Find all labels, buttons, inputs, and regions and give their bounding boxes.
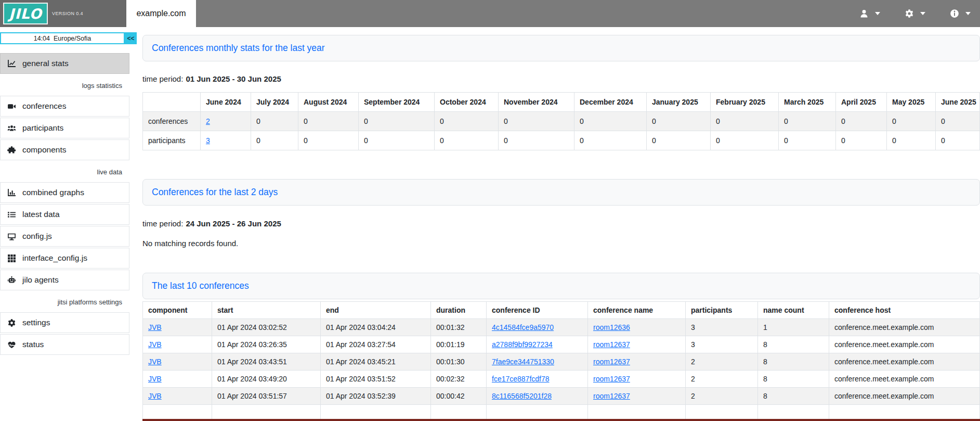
cell-link[interactable]: 8c116568f5201f28 — [492, 392, 552, 400]
cell: room12637 — [588, 388, 686, 405]
cell-link[interactable]: room12637 — [593, 392, 630, 400]
sidebar-item-status[interactable]: status — [0, 334, 129, 355]
sidebar-item-participants[interactable]: participants — [0, 118, 129, 138]
cell-link[interactable]: room12636 — [593, 323, 630, 331]
sidebar-item-label: components — [22, 145, 66, 155]
top-header: JILO VERSION 0.4 example.com — [0, 0, 980, 27]
sidebar-item-components[interactable]: components — [0, 139, 129, 160]
cell: room12637 — [588, 353, 686, 371]
cell: 1 — [758, 319, 829, 336]
puzzle-icon — [7, 146, 17, 155]
tab-example-com[interactable]: example.com — [126, 0, 196, 27]
table-row: conferences2000000000000 — [143, 112, 980, 131]
sidebar-item-config-js[interactable]: config.js — [0, 226, 129, 247]
cell-link[interactable]: 3 — [206, 136, 210, 145]
settings-menu[interactable] — [905, 9, 925, 18]
cell-link[interactable]: JVB — [148, 323, 162, 331]
cell-link[interactable]: room12637 — [593, 358, 630, 366]
sidebar-item-label: status — [22, 340, 44, 349]
card-title-last-10-conferences[interactable]: The last 10 conferences — [152, 280, 249, 291]
cell: 00:02:32 — [431, 371, 487, 388]
cell-link[interactable]: JVB — [148, 340, 162, 349]
cell-link[interactable]: JVB — [148, 358, 162, 366]
sidebar-item-label: conferences — [22, 101, 66, 111]
sidebar-section-label: jitsi platforms settings — [0, 291, 129, 312]
cell-link[interactable]: a2788f9bf9927234 — [492, 340, 553, 349]
cell: 0 — [298, 112, 359, 131]
table-row: participants3000000000000 — [143, 131, 980, 150]
sidebar-item-combined-graphs[interactable]: combined graphs — [0, 182, 129, 203]
column-header: conference ID — [487, 302, 588, 319]
cell: 01 Apr 2024 03:02:52 — [212, 319, 321, 336]
sidebar-collapse-button[interactable]: << — [125, 32, 137, 44]
column-header: April 2025 — [836, 93, 887, 112]
column-header: August 2024 — [298, 93, 359, 112]
version-label: VERSION 0.4 — [52, 11, 83, 16]
cell: 01 Apr 2024 03:52:39 — [321, 388, 431, 405]
cell: 3 — [686, 336, 758, 353]
cell: 0 — [298, 131, 359, 150]
column-header: October 2024 — [435, 93, 499, 112]
sidebar-section-label: logs statistics — [0, 75, 129, 96]
users-icon — [7, 124, 17, 133]
cell: 00:00:42 — [431, 388, 487, 405]
chart-line-icon — [7, 59, 17, 68]
cell: 01 Apr 2024 03:43:51 — [212, 353, 321, 371]
cell-link[interactable]: fce17ce887fcdf78 — [492, 375, 550, 383]
header-menu-icons — [859, 0, 980, 27]
cell: 0 — [499, 112, 574, 131]
cell: 01 Apr 2024 03:51:57 — [212, 388, 321, 405]
cell-link[interactable]: 2 — [206, 117, 210, 125]
cell-link[interactable]: 4c14584fce9a5970 — [492, 323, 554, 331]
cell: room12637 — [588, 336, 686, 353]
cell: participants — [143, 131, 201, 150]
info-menu[interactable] — [950, 9, 971, 18]
sidebar-item-label: latest data — [22, 210, 60, 219]
sidebar: 14:04 Europe/Sofia << general statslogs … — [0, 27, 137, 356]
sidebar-item-general-stats[interactable]: general stats — [0, 53, 129, 74]
cell: 0 — [647, 112, 711, 131]
sidebar-item-jilo-agents[interactable]: jilo agents — [0, 270, 129, 290]
column-header: May 2025 — [887, 93, 936, 112]
desktop-icon — [7, 232, 17, 241]
cell: 00:01:30 — [431, 353, 487, 371]
card-title-monthly-stats[interactable]: Conferences monthly stats for the last y… — [152, 43, 325, 54]
column-header: conference host — [829, 302, 980, 319]
card-title-last-2-days[interactable]: Conferences for the last 2 days — [152, 187, 278, 198]
column-header — [143, 93, 201, 112]
cell-link[interactable]: JVB — [148, 375, 162, 383]
cell-link[interactable]: room12637 — [593, 375, 630, 383]
cell: 01 Apr 2024 03:04:24 — [321, 319, 431, 336]
cell: 00:01:32 — [431, 319, 487, 336]
app-logo[interactable]: JILO — [3, 3, 48, 24]
cell: 0 — [836, 131, 887, 150]
cell: 0 — [251, 112, 298, 131]
table-header-row: June 2024July 2024August 2024September 2… — [143, 93, 980, 112]
table-row: JVB01 Apr 2024 03:49:2001 Apr 2024 03:51… — [143, 371, 980, 388]
cell: JVB — [143, 353, 212, 371]
sidebar-item-settings[interactable]: settings — [0, 312, 129, 333]
sidebar-item-latest-data[interactable]: latest data — [0, 204, 129, 225]
cell: conference.meet.example.com — [829, 353, 980, 371]
cell: 0 — [647, 131, 711, 150]
heart-pulse-icon — [7, 340, 17, 349]
cell: 0 — [836, 112, 887, 131]
cell: 3 — [686, 319, 758, 336]
sidebar-item-label: config.js — [22, 232, 52, 241]
cell: 01 Apr 2024 03:51:52 — [321, 371, 431, 388]
cell-link[interactable]: room12637 — [593, 340, 630, 349]
cell: 0 — [779, 112, 836, 131]
column-header: component — [143, 302, 212, 319]
sidebar-item-label: settings — [22, 318, 50, 327]
column-header: November 2024 — [499, 93, 574, 112]
sidebar-item-interface-config-js[interactable]: interface_config.js — [0, 248, 129, 269]
cell: 0 — [499, 131, 574, 150]
cell-link[interactable]: 7fae9ce344751330 — [492, 358, 554, 366]
cell: JVB — [143, 319, 212, 336]
sidebar-item-label: participants — [22, 123, 63, 133]
cell-link[interactable]: JVB — [148, 392, 162, 400]
time-period-label: time period: — [142, 219, 183, 228]
sidebar-item-conferences[interactable]: conferences — [0, 96, 129, 117]
user-icon — [859, 9, 869, 18]
user-menu[interactable] — [859, 9, 880, 18]
